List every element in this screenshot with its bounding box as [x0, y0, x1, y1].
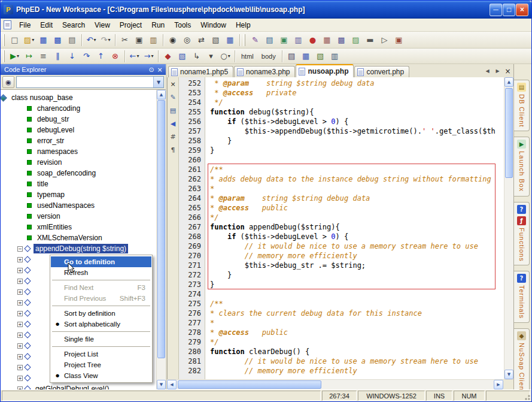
navigate-back-button[interactable]: ←▾ — [127, 50, 141, 63]
step-out-button[interactable]: ↑ — [94, 50, 108, 63]
replace-button[interactable]: ⇄ — [194, 34, 208, 47]
context-menu-item-project-tree[interactable]: Project Tree — [51, 359, 151, 370]
find-button[interactable]: ◉ — [166, 34, 180, 47]
record-macro-button[interactable]: ● — [306, 34, 320, 47]
step-over-button[interactable]: ↷ — [80, 50, 93, 63]
menu-project[interactable]: Project — [115, 19, 147, 31]
resize-grip[interactable] — [523, 393, 531, 401]
margin-linenumbers-icon[interactable]: # — [168, 132, 178, 141]
expand-box-icon[interactable]: + — [17, 376, 23, 381]
menu-edit[interactable]: Edit — [35, 19, 57, 31]
editor-hscrollbar[interactable]: ◀ ▶ — [167, 379, 513, 389]
menu-window[interactable]: Window — [196, 19, 231, 31]
chevron-down-icon[interactable]: ▼ — [153, 77, 163, 87]
save-all-button[interactable]: ▩ — [51, 34, 65, 47]
tree-scroll-track[interactable] — [157, 99, 166, 380]
menu-search[interactable]: Search — [57, 19, 90, 31]
tabs-scroll-right-button[interactable]: ▶ — [493, 67, 502, 75]
context-menu-item-refresh[interactable]: Refresh — [51, 267, 151, 278]
find-next-button[interactable]: ◎ — [180, 34, 194, 47]
pin-icon[interactable]: ⊙ — [147, 65, 156, 74]
context-menu-item-sort-alphabetically[interactable]: ●Sort alphabetically — [51, 319, 151, 330]
close-button[interactable]: × — [516, 4, 528, 16]
expand-box-icon[interactable]: + — [17, 268, 23, 273]
insert-table-button[interactable]: ▦ — [299, 50, 313, 63]
expand-box-icon[interactable]: + — [17, 279, 23, 284]
expand-box-icon[interactable]: + — [17, 354, 23, 359]
insert-image-button[interactable]: ▧ — [314, 50, 327, 63]
editor-scroll-left-button[interactable]: ◀ — [167, 380, 177, 389]
tab-close-button[interactable]: × — [503, 67, 512, 75]
highlight-grid-button[interactable]: ▦ — [223, 34, 237, 47]
tree-item[interactable]: namespaces — [1, 146, 156, 157]
expand-box-icon[interactable]: + — [17, 333, 23, 338]
margin-paragraph-icon[interactable]: ¶ — [168, 145, 178, 155]
expand-box-icon[interactable]: + — [17, 311, 23, 316]
run-button[interactable]: ▶▾ — [8, 50, 22, 63]
tree-item[interactable]: −appendDebug(string $string) — [1, 243, 156, 254]
mdi-document-icon[interactable] — [4, 20, 11, 29]
cut-button[interactable]: ✂ — [118, 34, 132, 47]
filter-button[interactable]: ◉ — [2, 76, 14, 88]
editor-scroll-up-button[interactable]: ▲ — [504, 77, 513, 87]
zoom-tool-button[interactable]: ○▾ — [218, 50, 232, 63]
open-in-browser-button[interactable]: ▧ — [175, 50, 189, 63]
expand-box-icon[interactable]: + — [17, 289, 23, 295]
document-check-button[interactable]: ▣ — [277, 34, 291, 47]
panel-close-icon[interactable]: × — [156, 65, 164, 74]
save-file-button[interactable]: ▦ — [37, 34, 50, 47]
code-explorer-filter-combo[interactable]: ▼ — [16, 76, 164, 88]
navigate-forward-button[interactable]: →▾ — [142, 50, 156, 63]
tab-nusoap-php[interactable]: nusoap.php — [296, 64, 354, 77]
run-to-cursor-button[interactable]: ↦ — [22, 50, 36, 63]
menu-help[interactable]: Help — [231, 19, 256, 31]
context-menu-item-sort-by-definition[interactable]: Sort by definition — [51, 308, 151, 319]
menu-file[interactable]: File — [14, 19, 35, 31]
menu-run[interactable]: Run — [147, 19, 169, 31]
context-menu-item-single-file[interactable]: Single file — [51, 334, 151, 344]
editor-scroll-thumb[interactable] — [505, 88, 513, 178]
undo-button[interactable]: ↶▾ — [84, 34, 98, 47]
minimize-button[interactable]: ─ — [490, 4, 502, 16]
editor-scroll-down-button[interactable]: ▼ — [504, 370, 513, 379]
tree-item[interactable]: soap_defencoding — [1, 168, 156, 179]
expand-box-icon[interactable]: + — [17, 365, 23, 370]
tree-scroll-up-button[interactable]: ▲ — [157, 90, 166, 99]
editor-scroll-track[interactable] — [504, 87, 513, 370]
margin-edit-icon[interactable]: ✎ — [168, 92, 178, 102]
editor-hscroll-track[interactable] — [177, 380, 494, 389]
run-list-button[interactable]: ≡ — [37, 50, 50, 63]
tree-item[interactable]: typemap — [1, 189, 156, 200]
tree-item[interactable]: error_str — [1, 135, 156, 146]
new-file-button[interactable]: □ — [8, 34, 22, 47]
insert-document-button[interactable]: ▤ — [285, 50, 299, 63]
dock-tab-nusoap-client[interactable]: ◆NuSoap Client — [514, 328, 530, 397]
tree-item[interactable]: title — [1, 179, 156, 189]
menu-view[interactable]: View — [90, 19, 115, 31]
tree-item[interactable]: version — [1, 211, 156, 222]
tab-noname3-php[interactable]: noname3.php — [234, 66, 295, 77]
paste-button[interactable]: ▥ — [147, 34, 160, 47]
margin-collapse-icon[interactable]: ◀ — [168, 119, 178, 128]
body-tag-button[interactable]: body — [258, 50, 279, 63]
tree-item[interactable]: revision — [1, 157, 156, 168]
insert-columns-button[interactable]: ▥ — [328, 50, 342, 63]
document-columns-button[interactable]: ▦ — [320, 34, 334, 47]
context-menu-item-project-list[interactable]: Project List — [51, 349, 151, 359]
tree-item[interactable]: debug_str — [1, 114, 156, 125]
toolbar-grip[interactable] — [3, 34, 5, 46]
tab-convert-php[interactable]: convert.php — [354, 66, 409, 77]
document-export-button[interactable]: ▨ — [349, 34, 363, 47]
document-table-button[interactable]: ▩ — [335, 34, 348, 47]
context-menu-item-class-view[interactable]: ●Class View — [51, 370, 151, 381]
goto-line-button[interactable]: ↳ — [190, 50, 203, 63]
toolbar-grip[interactable] — [244, 34, 245, 46]
open-file-button[interactable]: ▨▾ — [22, 34, 36, 47]
tree-item[interactable]: XMLSchemaVersion — [1, 232, 156, 243]
step-into-button[interactable]: ↓ — [65, 50, 79, 63]
expand-box-icon[interactable]: + — [17, 343, 23, 349]
toolbar-grip[interactable] — [3, 50, 5, 62]
expand-box-icon[interactable]: + — [17, 257, 23, 262]
tree-scroll-down-button[interactable]: ▼ — [157, 380, 166, 389]
tree-scroll-thumb[interactable] — [157, 100, 165, 358]
